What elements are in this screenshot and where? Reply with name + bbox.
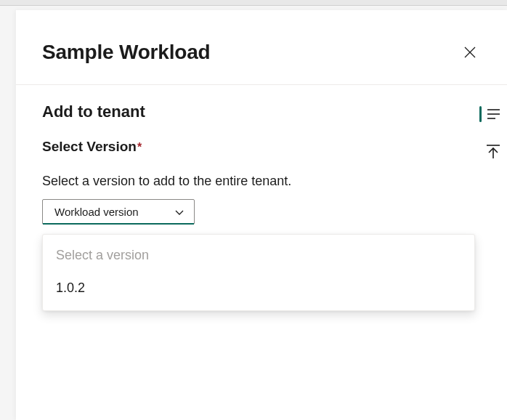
workload-panel: Sample Workload Add to tenant [16,10,507,420]
section-heading: Add to tenant [42,102,481,121]
field-label: Select Version [42,139,137,155]
version-dropdown-button[interactable]: Workload version [42,199,195,225]
close-button[interactable] [459,41,481,63]
dropdown-option[interactable]: 1.0.2 [43,273,474,303]
required-mark: * [137,141,142,153]
panel-body: Add to tenant Select Version* Select a v… [16,85,507,225]
panel-title: Sample Workload [42,41,210,64]
chevron-down-icon [174,206,185,218]
combo-label: Workload version [54,206,139,218]
dropdown-placeholder: Select a version [43,241,474,273]
version-field: Select Version* [42,139,481,155]
field-description: Select a version to add to the entire te… [42,174,481,189]
panel-header: Sample Workload [16,10,507,85]
version-dropdown-list: Select a version 1.0.2 [42,234,475,311]
version-combo: Workload version Select a version 1.0.2 [42,199,195,225]
close-icon [463,46,476,59]
